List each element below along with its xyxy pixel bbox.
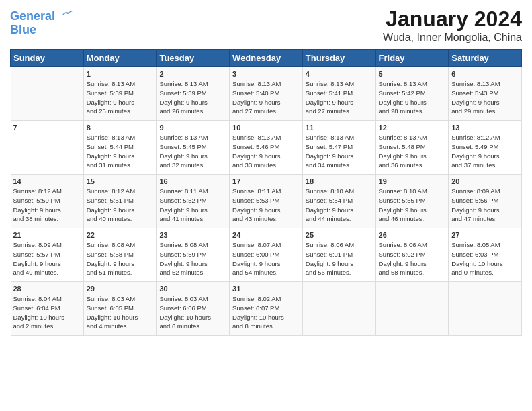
calendar-cell: 10Sunrise: 8:13 AM Sunset: 5:46 PM Dayli… xyxy=(230,121,303,175)
day-number: 18 xyxy=(306,177,373,185)
calendar-cell: 13Sunrise: 8:12 AM Sunset: 5:49 PM Dayli… xyxy=(449,121,522,175)
day-info: Sunrise: 8:04 AM Sunset: 6:04 PM Dayligh… xyxy=(13,294,81,331)
day-info: Sunrise: 8:13 AM Sunset: 5:42 PM Dayligh… xyxy=(379,79,446,116)
calendar-cell: 6Sunrise: 8:13 AM Sunset: 5:43 PM Daylig… xyxy=(449,67,522,121)
day-info: Sunrise: 8:13 AM Sunset: 5:44 PM Dayligh… xyxy=(87,133,154,170)
subtitle: Wuda, Inner Mongolia, China xyxy=(383,32,522,44)
calendar-cell: 1Sunrise: 8:13 AM Sunset: 5:39 PM Daylig… xyxy=(83,67,157,121)
day-number: 31 xyxy=(232,285,300,293)
day-info: Sunrise: 8:13 AM Sunset: 5:39 PM Dayligh… xyxy=(159,79,226,116)
calendar-cell: 11Sunrise: 8:13 AM Sunset: 5:47 PM Dayli… xyxy=(302,121,375,175)
calendar-week-row: 1Sunrise: 8:13 AM Sunset: 5:39 PM Daylig… xyxy=(11,67,522,121)
day-number: 11 xyxy=(306,124,373,132)
day-number: 24 xyxy=(232,231,300,239)
calendar-day-header: Sunday xyxy=(11,50,84,67)
logo-text: General xyxy=(10,10,73,24)
day-info: Sunrise: 8:13 AM Sunset: 5:41 PM Dayligh… xyxy=(306,79,373,116)
day-info: Sunrise: 8:11 AM Sunset: 5:52 PM Dayligh… xyxy=(159,187,226,224)
calendar-cell: 29Sunrise: 8:03 AM Sunset: 6:05 PM Dayli… xyxy=(83,282,157,336)
calendar-cell: 27Sunrise: 8:05 AM Sunset: 6:03 PM Dayli… xyxy=(449,228,522,282)
calendar-cell: 28Sunrise: 8:04 AM Sunset: 6:04 PM Dayli… xyxy=(11,282,84,336)
day-number: 22 xyxy=(87,231,154,239)
day-number: 3 xyxy=(232,70,300,78)
day-info: Sunrise: 8:09 AM Sunset: 5:57 PM Dayligh… xyxy=(13,240,81,277)
calendar-cell: 12Sunrise: 8:13 AM Sunset: 5:48 PM Dayli… xyxy=(375,121,449,175)
day-info: Sunrise: 8:12 AM Sunset: 5:50 PM Dayligh… xyxy=(13,187,81,224)
calendar-cell: 26Sunrise: 8:06 AM Sunset: 6:02 PM Dayli… xyxy=(375,228,449,282)
calendar-cell: 14Sunrise: 8:12 AM Sunset: 5:50 PM Dayli… xyxy=(11,175,84,228)
day-info: Sunrise: 8:11 AM Sunset: 5:53 PM Dayligh… xyxy=(232,187,300,224)
day-number: 29 xyxy=(87,285,154,293)
day-info: Sunrise: 8:13 AM Sunset: 5:45 PM Dayligh… xyxy=(159,133,226,170)
day-number: 6 xyxy=(451,70,519,78)
day-info: Sunrise: 8:10 AM Sunset: 5:55 PM Dayligh… xyxy=(379,187,446,224)
day-number: 10 xyxy=(232,124,300,132)
calendar-cell: 19Sunrise: 8:10 AM Sunset: 5:55 PM Dayli… xyxy=(375,175,449,228)
day-number: 17 xyxy=(232,177,300,185)
calendar-cell: 16Sunrise: 8:11 AM Sunset: 5:52 PM Dayli… xyxy=(157,175,230,228)
day-info: Sunrise: 8:13 AM Sunset: 5:48 PM Dayligh… xyxy=(379,133,446,170)
calendar-header-row: SundayMondayTuesdayWednesdayThursdayFrid… xyxy=(11,50,522,67)
logo-general: General xyxy=(10,9,55,23)
calendar-week-row: 28Sunrise: 8:04 AM Sunset: 6:04 PM Dayli… xyxy=(11,282,522,336)
day-info: Sunrise: 8:13 AM Sunset: 5:46 PM Dayligh… xyxy=(232,133,300,170)
day-number: 16 xyxy=(159,177,226,185)
calendar-cell xyxy=(449,282,522,336)
day-number: 23 xyxy=(159,231,226,239)
day-info: Sunrise: 8:13 AM Sunset: 5:47 PM Dayligh… xyxy=(306,133,373,170)
day-number: 26 xyxy=(379,231,446,239)
day-number: 19 xyxy=(379,177,446,185)
day-info: Sunrise: 8:06 AM Sunset: 6:01 PM Dayligh… xyxy=(306,240,373,277)
calendar-cell: 9Sunrise: 8:13 AM Sunset: 5:45 PM Daylig… xyxy=(157,121,230,175)
day-number: 21 xyxy=(13,231,81,239)
day-info: Sunrise: 8:12 AM Sunset: 5:49 PM Dayligh… xyxy=(451,133,519,170)
title-section: January 2024 Wuda, Inner Mongolia, China xyxy=(383,7,522,44)
calendar-cell: 7 xyxy=(11,121,84,175)
day-info: Sunrise: 8:08 AM Sunset: 5:59 PM Dayligh… xyxy=(159,240,226,277)
calendar-cell: 2Sunrise: 8:13 AM Sunset: 5:39 PM Daylig… xyxy=(157,67,230,121)
day-number: 12 xyxy=(379,124,446,132)
calendar-day-header: Saturday xyxy=(449,50,522,67)
calendar-cell: 15Sunrise: 8:12 AM Sunset: 5:51 PM Dayli… xyxy=(83,175,157,228)
calendar-cell: 4Sunrise: 8:13 AM Sunset: 5:41 PM Daylig… xyxy=(302,67,375,121)
day-number: 5 xyxy=(379,70,446,78)
day-number: 8 xyxy=(87,124,154,132)
calendar-cell: 30Sunrise: 8:03 AM Sunset: 6:06 PM Dayli… xyxy=(157,282,230,336)
calendar-day-header: Friday xyxy=(375,50,449,67)
day-info: Sunrise: 8:02 AM Sunset: 6:07 PM Dayligh… xyxy=(232,294,300,331)
calendar-cell: 31Sunrise: 8:02 AM Sunset: 6:07 PM Dayli… xyxy=(230,282,303,336)
calendar-cell: 3Sunrise: 8:13 AM Sunset: 5:40 PM Daylig… xyxy=(230,67,303,121)
calendar-cell: 18Sunrise: 8:10 AM Sunset: 5:54 PM Dayli… xyxy=(302,175,375,228)
calendar-cell: 5Sunrise: 8:13 AM Sunset: 5:42 PM Daylig… xyxy=(375,67,449,121)
calendar-cell: 21Sunrise: 8:09 AM Sunset: 5:57 PM Dayli… xyxy=(11,228,84,282)
logo-blue: Blue xyxy=(10,24,73,37)
day-info: Sunrise: 8:07 AM Sunset: 6:00 PM Dayligh… xyxy=(232,240,300,277)
calendar-cell xyxy=(302,282,375,336)
calendar-cell: 24Sunrise: 8:07 AM Sunset: 6:00 PM Dayli… xyxy=(230,228,303,282)
calendar-day-header: Wednesday xyxy=(230,50,303,67)
logo: General Blue xyxy=(10,10,73,37)
day-number: 13 xyxy=(451,124,519,132)
day-info: Sunrise: 8:06 AM Sunset: 6:02 PM Dayligh… xyxy=(379,240,446,277)
logo-bird-icon xyxy=(60,7,73,20)
calendar-day-header: Thursday xyxy=(302,50,375,67)
day-info: Sunrise: 8:13 AM Sunset: 5:40 PM Dayligh… xyxy=(232,79,300,116)
day-info: Sunrise: 8:05 AM Sunset: 6:03 PM Dayligh… xyxy=(451,240,519,277)
calendar-week-row: 78Sunrise: 8:13 AM Sunset: 5:44 PM Dayli… xyxy=(11,121,522,175)
day-info: Sunrise: 8:13 AM Sunset: 5:43 PM Dayligh… xyxy=(451,79,519,116)
day-number: 20 xyxy=(451,177,519,185)
calendar-cell: 20Sunrise: 8:09 AM Sunset: 5:56 PM Dayli… xyxy=(449,175,522,228)
calendar-cell xyxy=(11,67,84,121)
main-title: January 2024 xyxy=(383,7,522,32)
calendar-cell: 22Sunrise: 8:08 AM Sunset: 5:58 PM Dayli… xyxy=(83,228,157,282)
calendar-cell: 8Sunrise: 8:13 AM Sunset: 5:44 PM Daylig… xyxy=(83,121,157,175)
calendar-day-header: Monday xyxy=(83,50,157,67)
day-number: 28 xyxy=(13,285,81,293)
calendar-cell: 25Sunrise: 8:06 AM Sunset: 6:01 PM Dayli… xyxy=(302,228,375,282)
day-info: Sunrise: 8:10 AM Sunset: 5:54 PM Dayligh… xyxy=(306,187,373,224)
day-number: 4 xyxy=(306,70,373,78)
calendar-cell: 23Sunrise: 8:08 AM Sunset: 5:59 PM Dayli… xyxy=(157,228,230,282)
day-number: 1 xyxy=(87,70,154,78)
page-container: General Blue January 2024 Wuda, Inner Mo… xyxy=(0,0,532,411)
calendar-day-header: Tuesday xyxy=(157,50,230,67)
